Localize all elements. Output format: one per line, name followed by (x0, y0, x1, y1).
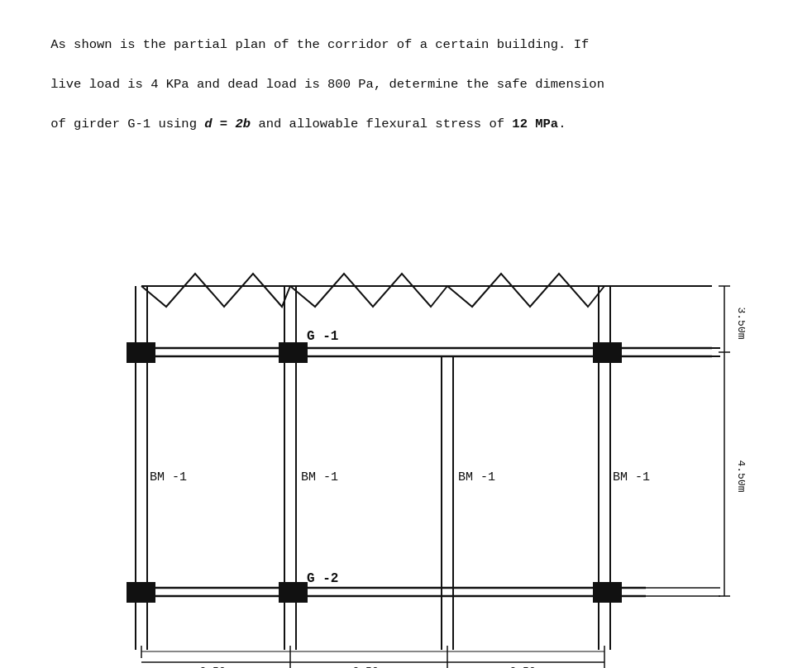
formula: d = 2b (204, 117, 251, 131)
g2-label: G -2 (307, 571, 338, 586)
text-line1: As shown is the partial plan of the corr… (50, 37, 589, 52)
value: 12 MPa (512, 117, 558, 131)
text-line3c: . (558, 117, 566, 131)
bm1-label-a: BM -1 (150, 470, 187, 484)
svg-rect-20 (127, 582, 155, 603)
bm1-label-b: BM -1 (301, 470, 338, 484)
text-line3b: and allowable flexural stress of (258, 117, 504, 131)
bm1-label-c: BM -1 (458, 470, 495, 484)
text-line2: live load is 4 KPa and dead load is 800 … (50, 77, 604, 92)
problem-text: As shown is the partial plan of the corr… (20, 15, 792, 154)
svg-rect-17 (127, 342, 155, 363)
svg-diagram: G -1 G -2 BM -1 BM -1 BM -1 BM -1 3.50m … (67, 179, 745, 668)
svg-rect-18 (279, 342, 308, 363)
page: As shown is the partial plan of the corr… (0, 0, 812, 668)
bm1-label-d: BM -1 (613, 470, 650, 484)
g1-label: G -1 (307, 329, 338, 344)
dim-350-label: 3.50m (735, 308, 745, 340)
svg-rect-19 (593, 342, 622, 363)
svg-rect-21 (279, 582, 308, 603)
structural-diagram-container: G -1 G -2 BM -1 BM -1 BM -1 BM -1 3.50m … (67, 179, 745, 668)
svg-rect-22 (593, 582, 622, 603)
dim-450-label: 4.50m (735, 460, 745, 493)
text-line3: of girder G-1 using (50, 117, 197, 131)
